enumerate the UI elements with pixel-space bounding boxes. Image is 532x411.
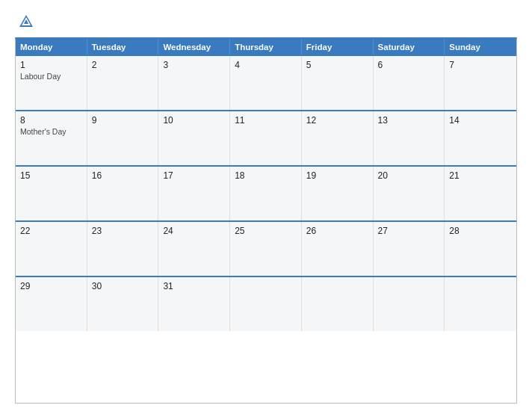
weekday-header: Wednesday (158, 40, 230, 55)
calendar-row: 293031 (16, 276, 516, 331)
calendar-cell (445, 277, 516, 331)
calendar-cell: 3 (158, 56, 230, 110)
day-number: 11 (235, 115, 297, 126)
day-number: 20 (378, 170, 440, 181)
calendar-row: 8Mother's Day91011121314 (16, 110, 516, 165)
calendar-cell: 26 (302, 222, 374, 276)
calendar-header: MondayTuesdayWednesdayThursdayFridaySatu… (16, 40, 516, 55)
day-number: 16 (92, 170, 154, 181)
weekday-header: Sunday (445, 40, 516, 55)
calendar-body: 1Labour Day2345678Mother's Day9101112131… (16, 55, 516, 331)
day-number: 6 (378, 60, 440, 70)
calendar-cell: 27 (374, 222, 445, 276)
day-number: 15 (20, 170, 82, 181)
calendar-cell: 7 (445, 56, 516, 110)
calendar-cell: 10 (158, 111, 230, 165)
day-number: 12 (306, 115, 368, 126)
weekday-header: Saturday (374, 40, 445, 55)
calendar-cell: 16 (87, 167, 159, 220)
calendar-cell: 6 (374, 56, 445, 110)
calendar-row: 1Labour Day234567 (16, 55, 516, 110)
header (15, 13, 517, 30)
day-number: 10 (163, 115, 225, 126)
day-number: 30 (92, 281, 154, 291)
day-number: 3 (163, 60, 225, 70)
day-number: 9 (92, 115, 154, 126)
day-number: 27 (378, 226, 440, 236)
day-number: 21 (449, 170, 512, 181)
calendar-cell: 18 (230, 167, 302, 220)
calendar-cell: 4 (230, 56, 302, 110)
day-number: 17 (163, 170, 225, 181)
calendar-cell: 19 (302, 167, 374, 220)
day-number: 25 (235, 226, 297, 236)
calendar-cell: 12 (302, 111, 374, 165)
day-number: 23 (92, 226, 154, 236)
weekday-header: Thursday (230, 40, 302, 55)
calendar-cell: 22 (16, 222, 87, 276)
calendar-cell: 9 (87, 111, 159, 165)
calendar-cell: 11 (230, 111, 302, 165)
calendar-row: 15161718192021 (16, 165, 516, 220)
calendar-cell: 5 (302, 56, 374, 110)
day-number: 1 (20, 60, 82, 70)
calendar-cell: 17 (158, 167, 230, 220)
weekday-header: Monday (16, 40, 87, 55)
calendar: MondayTuesdayWednesdayThursdayFridaySatu… (15, 37, 517, 404)
day-number: 22 (20, 226, 82, 236)
day-number: 19 (306, 170, 368, 181)
logo (15, 13, 34, 30)
calendar-cell: 25 (230, 222, 302, 276)
day-number: 8 (20, 115, 82, 126)
day-number: 29 (20, 281, 82, 291)
weekday-header: Tuesday (87, 40, 159, 55)
calendar-cell: 31 (158, 277, 230, 331)
day-number: 18 (235, 170, 297, 181)
calendar-cell: 1Labour Day (16, 56, 87, 110)
day-number: 2 (92, 60, 154, 70)
calendar-cell: 23 (87, 222, 159, 276)
calendar-cell: 24 (158, 222, 230, 276)
calendar-cell (374, 277, 445, 331)
day-number: 4 (235, 60, 297, 70)
calendar-cell: 20 (374, 167, 445, 220)
calendar-cell: 21 (445, 167, 516, 220)
calendar-cell: 8Mother's Day (16, 111, 87, 165)
logo-flag-icon (18, 13, 34, 30)
day-number: 5 (306, 60, 368, 70)
calendar-cell: 13 (374, 111, 445, 165)
calendar-cell: 28 (445, 222, 516, 276)
day-number: 24 (163, 226, 225, 236)
day-number: 26 (306, 226, 368, 236)
calendar-cell: 14 (445, 111, 516, 165)
calendar-row: 22232425262728 (16, 220, 516, 276)
page: MondayTuesdayWednesdayThursdayFridaySatu… (0, 0, 532, 411)
day-number: 13 (378, 115, 440, 126)
calendar-cell (230, 277, 302, 331)
weekday-header: Friday (302, 40, 374, 55)
calendar-cell: 30 (87, 277, 159, 331)
day-number: 28 (449, 226, 512, 236)
calendar-cell: 29 (16, 277, 87, 331)
day-event: Mother's Day (20, 127, 82, 136)
calendar-cell: 15 (16, 167, 87, 220)
calendar-cell: 2 (87, 56, 159, 110)
calendar-cell (302, 277, 374, 331)
day-number: 7 (449, 60, 512, 70)
day-number: 31 (163, 281, 225, 291)
day-number: 14 (449, 115, 512, 126)
day-event: Labour Day (20, 72, 82, 81)
